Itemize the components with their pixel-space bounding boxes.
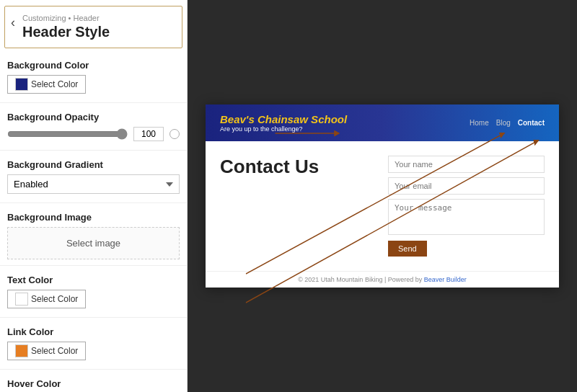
- link-color-button[interactable]: Select Color: [7, 342, 86, 360]
- opacity-slider[interactable]: [7, 128, 128, 140]
- preview-area: Beav's Chainsaw School Are you up to the…: [188, 0, 577, 392]
- nav-blog[interactable]: Blog: [496, 119, 511, 127]
- link-color-row: Select Color: [0, 340, 187, 366]
- breadcrumb: Customizing • Header: [22, 14, 110, 22]
- send-button[interactable]: Send: [388, 241, 427, 257]
- back-button[interactable]: ‹: [8, 15, 18, 30]
- preview-contact-form: Send: [388, 156, 545, 257]
- text-color-row: Select Color: [0, 288, 187, 314]
- preview-contact-title: Contact Us: [220, 156, 376, 257]
- nav-contact[interactable]: Contact: [518, 119, 545, 127]
- link-color-label: Link Color: [0, 321, 187, 340]
- background-opacity-label: Background Opacity: [0, 106, 187, 125]
- background-opacity-row: 100: [0, 125, 187, 147]
- preview-site-tagline: Are you up to the challenge?: [220, 125, 347, 133]
- background-image-label: Background Image: [0, 206, 187, 226]
- text-color-button[interactable]: Select Color: [7, 290, 86, 308]
- form-email-input[interactable]: [388, 177, 545, 195]
- background-color-row: Select Color: [0, 74, 187, 99]
- select-image-button[interactable]: Select image: [7, 227, 180, 259]
- preview-footer: © 2021 Utah Mountain Biking | Powered by…: [206, 271, 559, 288]
- preview-browser: Beav's Chainsaw School Are you up to the…: [206, 104, 559, 288]
- footer-text: © 2021 Utah Mountain Biking | Powered by: [298, 276, 424, 283]
- link-color-swatch: [15, 344, 28, 357]
- opacity-input[interactable]: 100: [133, 127, 164, 141]
- form-name-input[interactable]: [388, 156, 545, 173]
- gradient-select[interactable]: Enabled Disabled: [7, 174, 180, 194]
- background-color-button[interactable]: Select Color: [7, 75, 86, 94]
- text-color-label: Text Color: [0, 269, 187, 288]
- nav-home[interactable]: Home: [470, 119, 489, 127]
- preview-contact-section: Contact Us Send: [206, 141, 559, 271]
- background-color-label: Background Color: [0, 54, 187, 74]
- text-color-swatch: [15, 293, 28, 306]
- preview-nav: Home Blog Contact: [470, 119, 545, 127]
- footer-link[interactable]: Beaver Builder: [424, 276, 467, 283]
- text-color-btn-label: Select Color: [31, 294, 78, 304]
- link-color-btn-label: Select Color: [31, 346, 78, 356]
- opacity-circle-icon: [169, 129, 180, 139]
- preview-site-header: Beav's Chainsaw School Are you up to the…: [206, 104, 559, 141]
- panel-header: ‹ Customizing • Header Header Style: [4, 6, 182, 48]
- background-color-swatch: [15, 78, 28, 91]
- preview-logo-area: Beav's Chainsaw School Are you up to the…: [220, 113, 347, 133]
- select-image-label: Select image: [66, 238, 120, 249]
- form-message-input[interactable]: [388, 199, 545, 235]
- background-color-btn-label: Select Color: [31, 79, 78, 89]
- page-title: Header Style: [22, 24, 110, 40]
- settings-panel: ‹ Customizing • Header Header Style Back…: [0, 0, 188, 392]
- preview-site-name: Beav's Chainsaw School: [220, 113, 347, 125]
- background-gradient-label: Background Gradient: [0, 153, 187, 173]
- hover-color-label: Hover Color: [0, 373, 187, 392]
